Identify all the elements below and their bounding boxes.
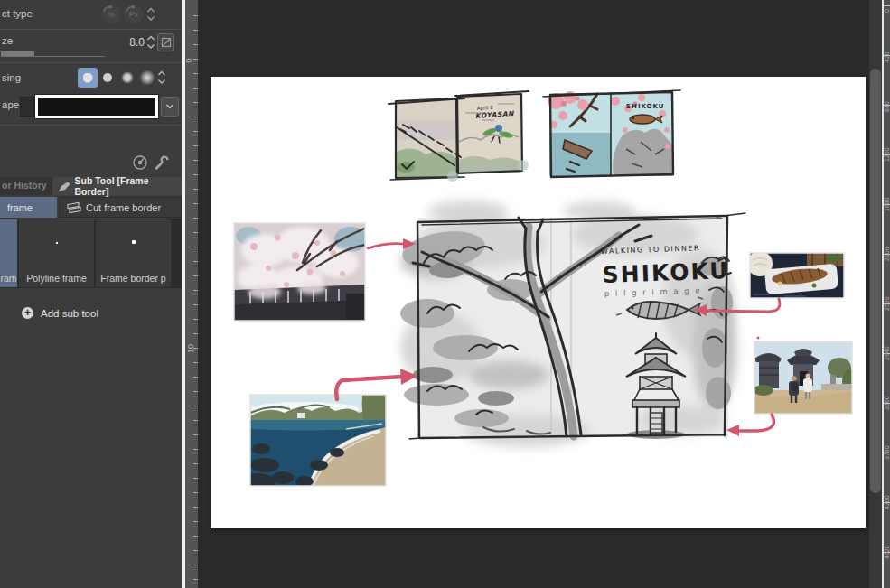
antialiasing-strong-option[interactable] <box>137 68 157 88</box>
cut-frame-border-group-button[interactable]: Cut frame border <box>59 197 182 218</box>
divider <box>0 62 182 63</box>
size-value[interactable]: 8.0 <box>107 36 145 49</box>
ruler-label: 4200 <box>884 495 890 509</box>
divider <box>0 125 182 126</box>
ruler-label: 0 <box>184 58 193 62</box>
pen-icon <box>58 181 70 192</box>
canvas-artwork: April 8 KOYASAN SHIKOKU <box>211 77 866 528</box>
antialiasing-none-option[interactable] <box>78 68 98 88</box>
vertical-scrollbar[interactable] <box>869 0 882 588</box>
ruler-label: 3780 <box>884 445 890 460</box>
effect-type-stepper[interactable] <box>146 6 155 23</box>
tab-subtool-frame-border[interactable]: Sub Tool [Frame Border] <box>52 177 182 195</box>
create-frame-group-button[interactable]: frame <box>0 197 57 218</box>
ruler-label: 2520 <box>884 296 890 311</box>
antialiasing-middle-option[interactable] <box>117 68 137 88</box>
stroke-history-icon[interactable] <box>132 154 148 174</box>
scrollbar-thumb[interactable] <box>870 69 881 493</box>
sketch-main-title: SHIKOKU <box>602 257 730 288</box>
size-slider-fill <box>1 51 34 56</box>
effect-type-label: ct type <box>2 8 33 19</box>
brush-shape-dropdown[interactable] <box>161 97 179 117</box>
subtool-grid: ram Polyline frame Frame border p <box>0 219 182 288</box>
ruler-label: 1260 <box>884 147 890 162</box>
subtool-frame-border-pen[interactable]: Frame border p <box>96 219 171 287</box>
canvas-ruler-vertical: 0 10 <box>185 0 198 588</box>
brush-shape-well <box>20 97 34 117</box>
size-stepper[interactable] <box>146 34 155 51</box>
plus-icon: + <box>22 307 33 319</box>
unit-percent-icon[interactable]: % <box>101 5 121 24</box>
antialiasing-weak-option[interactable] <box>98 68 117 88</box>
size-label: ze <box>2 35 13 46</box>
ruler-label: 2100 <box>884 247 890 261</box>
ruler-label: 10 <box>186 344 195 353</box>
canvas-document[interactable]: April 8 KOYASAN SHIKOKU <box>211 77 866 528</box>
clip-studio-window: { "colors": {"accent_blue":"#7e9dc7","se… <box>0 0 890 588</box>
ruler-label: 0 <box>884 9 890 13</box>
photo-cherry-blossom <box>234 223 367 321</box>
divider <box>0 29 182 30</box>
ruler-label: 4620 <box>884 545 890 559</box>
tool-property-panel: ct type % Px ze 8.0 sing <box>0 0 182 588</box>
size-slider[interactable] <box>1 51 105 57</box>
sketch-title: SHIKOKU <box>626 103 665 110</box>
ruler-label: 1680 <box>884 197 890 211</box>
subtool-polyline-frame[interactable]: Polyline frame <box>19 219 94 287</box>
palette-tabbar: or History Sub Tool [Frame Border] <box>0 177 182 195</box>
antialiasing-label: sing <box>2 72 21 83</box>
antialiasing-options <box>78 68 157 88</box>
photo-coast <box>239 395 386 490</box>
antialiasing-stepper[interactable] <box>157 70 166 86</box>
tool-thumbnail-dot <box>132 240 136 244</box>
ruler-label: 840 <box>884 101 890 112</box>
pen-pressure-button[interactable] <box>157 33 174 51</box>
tool-thumbnail-dot <box>56 242 58 244</box>
ruler-label: 2940 <box>884 346 890 360</box>
secondary-ruler: 0 420 840 1260 1680 2100 2520 2940 3360 … <box>884 0 890 588</box>
ruler-label: 420 <box>884 51 890 62</box>
ruler-label: 3360 <box>884 396 890 410</box>
sketch-spread-1: April 8 KOYASAN <box>389 91 529 182</box>
photo-temple-path <box>754 341 857 414</box>
tab-color-history[interactable]: or History <box>0 177 52 198</box>
subtool-rectangle-frame[interactable]: ram <box>0 219 17 287</box>
brush-shape-label: ape <box>2 99 19 110</box>
sketch-main: WALKING TO DINNER SHIKOKU p i l g r i m … <box>400 201 745 447</box>
photo-dinner <box>747 251 844 298</box>
wrench-icon[interactable] <box>154 154 170 174</box>
sketch-spread-2: SHIKOKU <box>543 90 680 177</box>
add-subtool-button[interactable]: + Add sub tool <box>22 307 98 319</box>
unit-px-icon[interactable]: Px <box>124 5 144 24</box>
brush-shape-preview[interactable] <box>35 95 158 118</box>
cut-frame-icon <box>66 201 81 214</box>
